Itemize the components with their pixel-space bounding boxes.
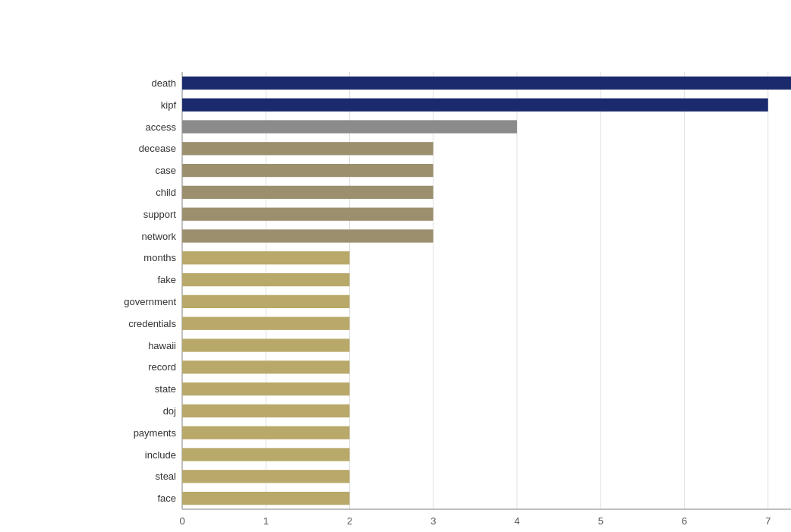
x-tick-1: 1 bbox=[263, 515, 269, 527]
x-tick-4: 4 bbox=[514, 515, 519, 527]
bar-face bbox=[182, 492, 350, 505]
x-tick-0: 0 bbox=[179, 515, 184, 527]
bar-kipf bbox=[182, 99, 768, 112]
bar-network bbox=[182, 229, 433, 242]
bar-government bbox=[182, 295, 350, 308]
bar-label-payments: payments bbox=[134, 427, 177, 439]
bar-label-decease: decease bbox=[139, 143, 176, 154]
bar-label-fake: fake bbox=[157, 274, 176, 285]
bar-label-government: government bbox=[124, 296, 176, 307]
bar-label-state: state bbox=[155, 383, 176, 395]
bar-support bbox=[182, 208, 433, 221]
bar-access bbox=[182, 120, 517, 133]
bar-credentials bbox=[182, 317, 350, 330]
bar-include bbox=[182, 448, 350, 461]
chart-container: deathkipfaccessdeceasecasechildsupportne… bbox=[0, 0, 791, 532]
bar-case bbox=[182, 164, 433, 177]
bar-label-steal: steal bbox=[156, 471, 177, 482]
bar-state bbox=[182, 382, 350, 395]
x-tick-5: 5 bbox=[598, 515, 603, 527]
x-tick-2: 2 bbox=[347, 515, 352, 527]
bar-death bbox=[182, 77, 791, 90]
bar-payments bbox=[182, 427, 350, 439]
bar-label-case: case bbox=[156, 165, 176, 176]
bar-record bbox=[182, 360, 350, 373]
bar-label-network: network bbox=[141, 231, 176, 242]
bar-fake bbox=[182, 273, 350, 286]
bar-child bbox=[182, 186, 433, 199]
bar-label-record: record bbox=[148, 361, 176, 373]
bar-label-hawaii: hawaii bbox=[148, 340, 176, 351]
bar-label-kipf: kipf bbox=[161, 99, 177, 111]
bar-steal bbox=[182, 470, 350, 483]
bar-months bbox=[182, 251, 350, 264]
bar-decease bbox=[182, 142, 433, 155]
bar-label-death: death bbox=[151, 77, 176, 89]
bar-label-support: support bbox=[143, 209, 177, 220]
x-tick-7: 7 bbox=[765, 515, 771, 527]
bar-label-face: face bbox=[157, 493, 176, 504]
x-tick-3: 3 bbox=[430, 515, 436, 527]
bar-label-child: child bbox=[156, 187, 176, 198]
bar-doj bbox=[182, 405, 350, 417]
x-tick-6: 6 bbox=[682, 515, 687, 527]
bar-label-access: access bbox=[146, 121, 177, 133]
bar-hawaii bbox=[182, 338, 350, 351]
bar-label-credentials: credentials bbox=[128, 318, 176, 329]
bar-label-doj: doj bbox=[163, 405, 176, 417]
bar-label-include: include bbox=[145, 449, 176, 461]
bar-label-months: months bbox=[143, 252, 176, 263]
